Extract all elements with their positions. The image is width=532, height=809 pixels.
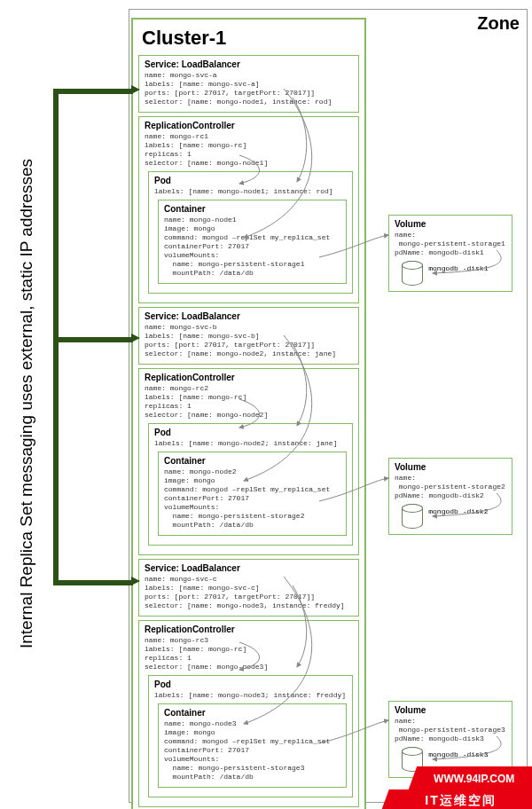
volume-title-1: Volume xyxy=(395,219,506,229)
arrow-h1 xyxy=(53,89,133,94)
service-block-2: Service: LoadBalancer name: mongo-svc-b … xyxy=(138,307,359,365)
arrow-head-1 xyxy=(131,85,140,94)
arrow-head-2 xyxy=(131,334,140,342)
watermark-site: WWW.94IP.COM xyxy=(408,766,532,791)
volume-title-3: Volume xyxy=(395,705,506,715)
container-block-3: Container name: mongo-node3 image: mongo… xyxy=(158,703,347,788)
arrow-h2 xyxy=(53,337,133,342)
pod-title-3: Pod xyxy=(154,679,347,689)
container-lines-3: name: mongo-node3 image: mongo command: … xyxy=(164,719,340,782)
container-block-1: Container name: mongo-node1 image: mongo… xyxy=(158,200,347,284)
pod-title-1: Pod xyxy=(154,176,347,185)
service-lines-3: name: mongo-svc-c labels: [name: mongo-s… xyxy=(145,575,353,610)
volume-lines-2: name: mongo-persistent-storage2 pdName: … xyxy=(395,474,506,500)
rc-title-2: ReplicationController xyxy=(145,373,353,382)
service-block-3: Service: LoadBalancer name: mongo-svc-c … xyxy=(138,559,359,617)
service-lines-2: name: mongo-svc-b labels: [name: mongo-s… xyxy=(145,323,353,358)
pod-block-1: Pod labels: [name: mongo-node1; instance… xyxy=(148,171,353,294)
arrow-head-3 xyxy=(131,577,140,585)
volume-lines-3: name: mongo-persistent-storage3 pdName: … xyxy=(395,717,506,743)
rc-lines-2: name: mongo-rc2 labels: [name: mongo-rc]… xyxy=(145,384,353,420)
service-title-1: Service: LoadBalancer xyxy=(145,59,353,69)
service-title-3: Service: LoadBalancer xyxy=(145,563,353,573)
volume-box-2: Volume name: mongo-persistent-storage2 p… xyxy=(388,458,512,535)
container-title-1: Container xyxy=(164,204,340,214)
zone-label: Zone xyxy=(477,13,520,34)
pod-lines-1: labels: [name: mongo-node1; instance: ro… xyxy=(154,187,347,196)
volume-title-2: Volume xyxy=(395,462,506,472)
rc-lines-1: name: mongo-rc1 labels: [name: mongo-rc]… xyxy=(145,132,353,168)
container-lines-1: name: mongo-node1 image: mongo command: … xyxy=(164,216,340,278)
disk-label-1: mongodb -disk1 xyxy=(428,264,488,273)
container-title-2: Container xyxy=(164,456,340,466)
disk-label-3: mongodb -disk3 xyxy=(428,750,488,759)
pod-block-2: Pod labels: [name: mongo-node2; instance… xyxy=(148,423,353,546)
rc-title-3: ReplicationController xyxy=(145,624,353,634)
cluster-title: Cluster-1 xyxy=(142,27,359,50)
sidebar-description: Internal Replica Set messaging uses exte… xyxy=(17,205,36,648)
service-block-1: Service: LoadBalancer name: mongo-svc-a … xyxy=(138,55,359,113)
container-lines-2: name: mongo-node2 image: mongo command: … xyxy=(164,467,340,530)
rc-lines-3: name: mongo-rc3 labels: [name: mongo-rc]… xyxy=(145,636,353,672)
container-title-3: Container xyxy=(164,708,340,718)
pod-block-3: Pod labels: [name: mongo-node3; instance… xyxy=(148,675,353,797)
rc-block-3: ReplicationController name: mongo-rc3 la… xyxy=(138,620,359,807)
rc-title-1: ReplicationController xyxy=(145,121,353,130)
volume-lines-1: name: mongo-persistent-storage1 pdName: … xyxy=(395,231,506,257)
rc-block-2: ReplicationController name: mongo-rc2 la… xyxy=(138,368,359,555)
database-icon xyxy=(402,504,423,529)
cluster-box: Cluster-1 Service: LoadBalancer name: mo… xyxy=(131,18,366,809)
disk-label-2: mongodb -disk2 xyxy=(428,507,488,516)
database-icon xyxy=(402,261,423,286)
arrow-h3 xyxy=(53,580,133,585)
service-title-2: Service: LoadBalancer xyxy=(145,311,353,321)
container-block-2: Container name: mongo-node2 image: mongo… xyxy=(158,452,347,536)
pod-lines-3: labels: [name: mongo-node3; instance: fr… xyxy=(154,691,347,700)
volume-box-1: Volume name: mongo-persistent-storage1 p… xyxy=(388,215,512,292)
watermark-tag: IT运维空间 xyxy=(381,789,532,809)
rc-block-1: ReplicationController name: mongo-rc1 la… xyxy=(138,116,359,303)
service-lines-1: name: mongo-svc-a labels: [name: mongo-s… xyxy=(145,71,353,106)
pod-lines-2: labels: [name: mongo-node2; instance: ja… xyxy=(154,439,347,448)
pod-title-2: Pod xyxy=(154,428,347,437)
